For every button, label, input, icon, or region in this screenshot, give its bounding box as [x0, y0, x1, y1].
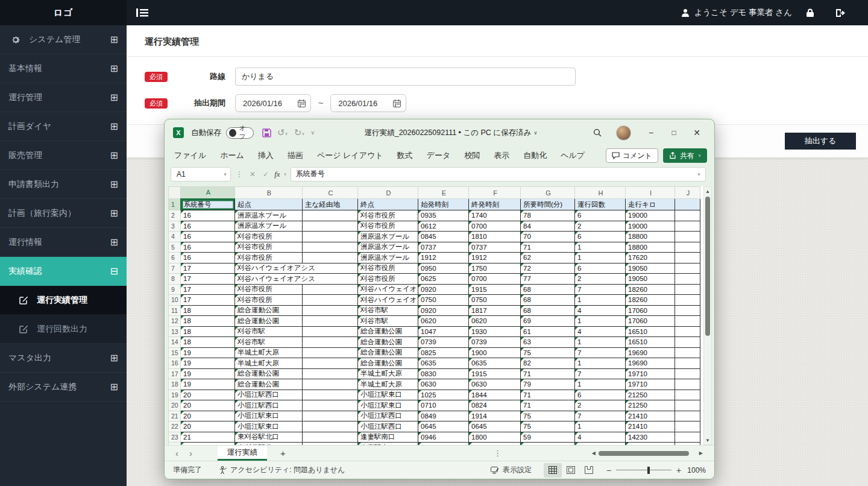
cell[interactable]: 始発時刻 [418, 199, 469, 210]
cell[interactable] [675, 316, 700, 327]
cell[interactable]: 1 [575, 379, 626, 390]
excel-titlebar[interactable]: X 自動保存 オフ ↺∨ ↻∨ ∨ 運行実績_20260225092111 • … [165, 119, 714, 146]
row-header-8[interactable]: 8 [169, 274, 181, 285]
cell[interactable]: 系統番号 [181, 199, 235, 210]
cell[interactable] [303, 358, 358, 369]
cell[interactable]: 0700 [469, 274, 521, 285]
cell[interactable]: 17 [181, 263, 235, 274]
cell[interactable] [675, 337, 700, 348]
cell[interactable]: 71 [521, 400, 575, 411]
cell[interactable]: 18800 [626, 232, 675, 242]
cell[interactable]: 18800 [626, 242, 675, 253]
cell[interactable]: 19050 [626, 263, 675, 274]
ribbon-tab-表示[interactable]: 表示 [494, 150, 509, 161]
row-header-1[interactable]: 1 [169, 199, 181, 210]
formula-input[interactable]: 系統番号∨ [291, 167, 706, 181]
cell[interactable]: 終発時刻 [469, 199, 521, 210]
cell[interactable]: 71 [521, 242, 575, 253]
cell[interactable]: 刈谷市役所 [358, 210, 418, 221]
cell[interactable]: 1817 [469, 305, 521, 316]
cell[interactable]: 20 [181, 421, 235, 432]
cell[interactable]: 1 [575, 316, 626, 327]
cell[interactable]: 16 [181, 253, 235, 264]
cell[interactable]: 1750 [469, 263, 521, 274]
row-header-16[interactable]: 16 [169, 358, 181, 369]
column-header-J[interactable]: J [675, 187, 700, 199]
cell[interactable]: 19690 [626, 358, 675, 369]
cell[interactable]: 0645 [469, 421, 521, 432]
cell[interactable]: 62 [521, 443, 575, 446]
cell[interactable]: 72 [521, 263, 575, 274]
scroll-up-icon[interactable]: ▲ [705, 187, 710, 195]
minimize-button[interactable]: − [640, 128, 662, 137]
cell[interactable]: 総合運動公園 [235, 305, 303, 316]
sidebar-item-運行実績管理[interactable]: 運行実績管理 [0, 286, 127, 315]
maximize-button[interactable]: □ [662, 128, 685, 137]
cell[interactable]: 小垣江駅西口 [358, 421, 418, 432]
cell[interactable]: 1915 [469, 284, 521, 295]
sheet-grid[interactable]: ABCDEFGHIJ1系統番号起点主な経由地終点始発時刻終発時刻所要時間(分)運… [168, 186, 703, 445]
cell[interactable]: 1810 [469, 232, 521, 242]
cell[interactable]: 18 [181, 326, 235, 337]
cell[interactable]: 刈谷市駅 [235, 326, 303, 337]
cell[interactable]: 4 [575, 305, 626, 316]
cell[interactable]: 71 [521, 368, 575, 379]
cell[interactable]: 1 [575, 358, 626, 369]
cell[interactable]: 4 [575, 432, 626, 443]
row-header-7[interactable]: 7 [169, 263, 181, 274]
cell[interactable]: 18 [181, 305, 235, 316]
cell[interactable] [303, 210, 358, 221]
cell[interactable]: 1915 [469, 368, 521, 379]
cell[interactable]: 運行回数 [575, 199, 626, 210]
cell[interactable]: 20 [181, 411, 235, 421]
sidebar-item-申請書類出力[interactable]: 申請書類出力⊞ [0, 170, 127, 199]
cell[interactable]: 79 [521, 379, 575, 390]
zoom-in-button[interactable]: + [676, 465, 681, 475]
cell[interactable]: 半城土町大原 [235, 358, 303, 369]
cell[interactable]: 刈谷市駅 [235, 337, 303, 348]
cell[interactable]: 7 [575, 411, 626, 421]
cell[interactable]: 逢妻駅南口 [358, 432, 418, 443]
row-header-13[interactable]: 13 [169, 326, 181, 337]
accessibility-status[interactable]: アクセシビリティ: 問題ありません [219, 465, 345, 475]
ribbon-tab-描画[interactable]: 描画 [288, 150, 303, 161]
cell[interactable]: 0710 [418, 400, 469, 411]
cell[interactable] [675, 379, 700, 390]
sheet-tab-active[interactable]: 運行実績 [218, 446, 267, 461]
cell[interactable]: 71 [521, 390, 575, 400]
cell[interactable]: 61 [521, 326, 575, 337]
function-dropdown-icon[interactable]: ∨ [284, 172, 287, 177]
cell[interactable]: 0635 [469, 358, 521, 369]
cell[interactable] [675, 432, 700, 443]
vertical-scrollbar[interactable]: ▲ ▼ [703, 186, 712, 445]
cell[interactable] [303, 347, 358, 358]
redo-icon[interactable]: ↻∨ [294, 127, 305, 138]
vscroll-thumb[interactable] [705, 197, 710, 336]
cell[interactable] [303, 390, 358, 400]
cell[interactable]: 2 [575, 400, 626, 411]
zoom-percentage[interactable]: 100% [687, 466, 706, 475]
cell[interactable]: 刈谷ハイウェイオアシス [235, 274, 358, 285]
confirm-entry-icon[interactable]: ✓ [261, 170, 271, 178]
save-icon[interactable] [262, 128, 271, 137]
name-box[interactable]: A1∨ [171, 167, 231, 181]
cell[interactable]: 21 [181, 432, 235, 443]
cell[interactable]: 17060 [626, 316, 675, 327]
cell[interactable]: 0920 [418, 284, 469, 295]
cell[interactable]: 刈谷ハイウェイオアシス [358, 295, 418, 306]
sidebar-item-計画ダイヤ[interactable]: 計画ダイヤ⊞ [0, 112, 127, 141]
quick-access-dropdown-icon[interactable]: ∨ [310, 130, 315, 136]
row-header-12[interactable]: 12 [169, 316, 181, 327]
cell[interactable]: 半城土町大原 [358, 379, 418, 390]
cell[interactable]: 19050 [626, 274, 675, 285]
cell[interactable]: 17 [181, 295, 235, 306]
cell[interactable]: 21250 [626, 400, 675, 411]
cell[interactable]: 刈谷市役所 [235, 284, 303, 295]
cell[interactable] [303, 379, 358, 390]
cell[interactable]: 20 [181, 390, 235, 400]
cell[interactable]: 1 [575, 421, 626, 432]
page-break-view-button[interactable] [580, 463, 598, 478]
cell[interactable]: 6 [575, 390, 626, 400]
prev-sheet-icon[interactable]: ‹ [175, 448, 178, 458]
cell[interactable]: 小垣江駅西口 [235, 390, 303, 400]
